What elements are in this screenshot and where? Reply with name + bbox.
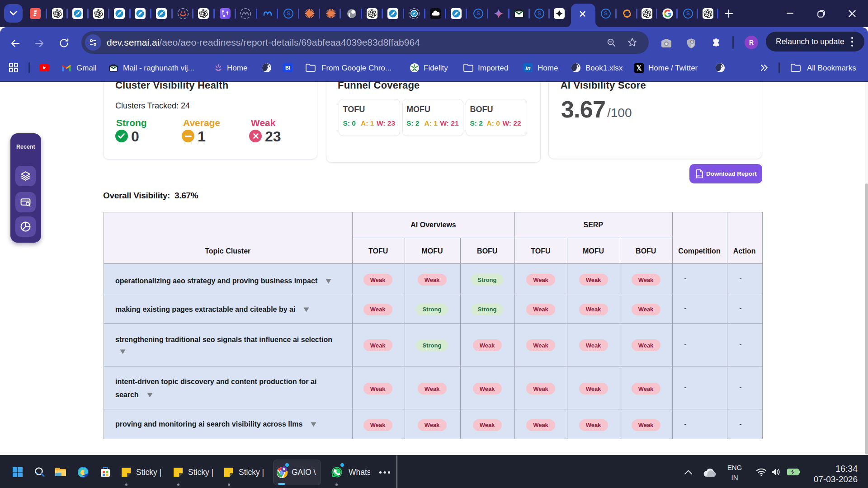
svg-text:PPT: PPT: [697, 174, 702, 177]
